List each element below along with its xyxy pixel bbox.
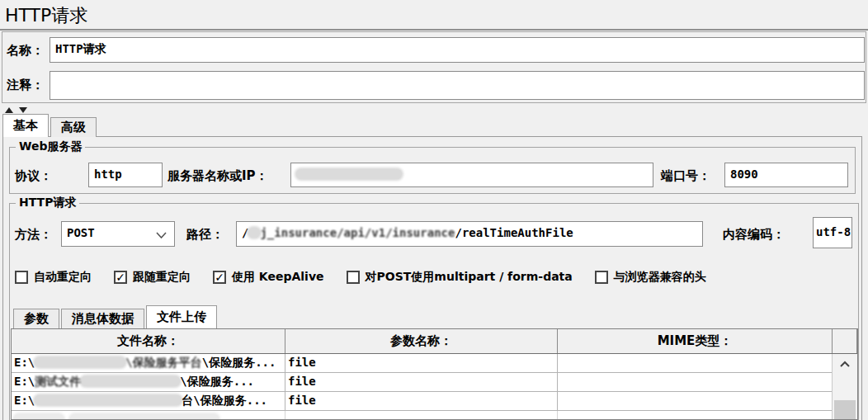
text: /realTimeAuthFile — [455, 226, 573, 239]
path-label: 路径： — [186, 227, 224, 243]
checkbox-label: 使用 KeepAlive — [232, 270, 324, 285]
tab-body-data[interactable]: 消息体数据 — [61, 309, 144, 328]
scrollbar-thumb[interactable] — [834, 400, 856, 420]
redacted-text — [248, 228, 260, 238]
files-upload-table: 文件名称：参数名称：MIME类型： E:\\保险服务平台\保险服务...file… — [11, 328, 858, 420]
tab-parameters[interactable]: 参数 — [13, 309, 59, 328]
cell-mime-type[interactable] — [558, 373, 833, 391]
path-input[interactable]: /j_insurance/api/v1/insurance/realTimeAu… — [236, 221, 703, 247]
header-corner — [833, 329, 857, 353]
tab-basic[interactable]: 基本 — [2, 114, 49, 137]
cell-param-name[interactable] — [285, 411, 558, 420]
cell-file-name[interactable]: E:\\保险服务平台\保险服务... — [12, 354, 285, 372]
checkbox-use-keepalive[interactable]: ✓使用 KeepAlive — [213, 270, 324, 285]
tab-files-upload[interactable]: 文件上传 — [146, 305, 217, 328]
request-body-tab-bar: 参数消息体数据文件上传 — [13, 304, 219, 328]
table-row[interactable] — [12, 411, 857, 420]
table-row[interactable]: E:\台\保险服务...file — [12, 392, 857, 411]
checkbox-label: 与浏览器兼容的头 — [614, 270, 706, 285]
checkbox-follow-redirects[interactable]: ✓跟随重定向 — [114, 270, 191, 285]
http-request-legend: HTTP请求 — [16, 196, 79, 210]
method-label: 方法： — [15, 227, 52, 243]
table-body: E:\\保险服务平台\保险服务...fileE:\测试文件\保险服务...fil… — [12, 354, 857, 420]
text: 台\保险服务... — [182, 394, 267, 407]
port-input[interactable]: 8090 — [724, 163, 848, 187]
blurred-text: j_insurance/api/v1/insurance — [260, 226, 455, 239]
redacted-text — [35, 395, 182, 405]
text: \保险服务... — [202, 356, 276, 369]
server-name-label: 服务器名称或IP： — [167, 168, 268, 184]
cell-file-name[interactable]: E:\测试文件\保险服务... — [12, 373, 285, 391]
blurred-text: \保险服务平台 — [125, 356, 201, 369]
redacted-text — [296, 169, 402, 179]
checkbox-box[interactable]: ✓ — [114, 271, 127, 284]
checkbox-box[interactable] — [595, 271, 608, 284]
checkbox-auto-redirect[interactable]: 自动重定向 — [15, 270, 92, 285]
main-tab-bar: 基本高级 — [2, 114, 98, 137]
page-title: HTTP请求 — [5, 3, 87, 28]
method-select[interactable]: POST — [61, 221, 175, 247]
checkbox-label: 自动重定向 — [34, 270, 92, 285]
redacted-text — [81, 376, 180, 386]
cell-param-name[interactable]: file — [285, 354, 558, 372]
text: E:\ — [14, 375, 35, 388]
name-input[interactable]: HTTP请求 — [50, 37, 865, 63]
protocol-input[interactable]: http — [88, 163, 163, 187]
web-server-legend: Web服务器 — [16, 139, 85, 154]
table-header-row: 文件名称：参数名称：MIME类型： — [12, 329, 857, 354]
checkbox-browser-compatible-headers[interactable]: 与浏览器兼容的头 — [595, 270, 706, 285]
cell-file-name[interactable] — [12, 411, 285, 420]
chevron-down-icon — [156, 232, 167, 238]
cell-mime-type[interactable] — [558, 392, 833, 410]
splitter-collapse-down-icon[interactable] — [19, 107, 27, 113]
tab-advanced[interactable]: 高级 — [50, 117, 97, 137]
blurred-text: 测试文件 — [35, 375, 81, 388]
cell-file-name[interactable]: E:\台\保险服务... — [12, 392, 285, 410]
column-header[interactable]: MIME类型： — [558, 329, 833, 353]
column-header[interactable]: 文件名称： — [12, 329, 285, 353]
checkbox-label: 跟随重定向 — [133, 270, 191, 285]
redacted-text — [14, 414, 64, 420]
text: E:\ — [14, 394, 35, 407]
checkbox-multipart-form-data[interactable]: 对POST使用multipart / form-data — [347, 270, 573, 285]
protocol-label: 协议： — [15, 168, 52, 184]
cell-mime-type[interactable] — [558, 354, 833, 372]
checkbox-label: 对POST使用multipart / form-data — [366, 270, 573, 285]
name-label: 名称： — [7, 43, 44, 59]
server-name-input[interactable] — [290, 163, 653, 187]
cell-param-name[interactable]: file — [285, 392, 558, 410]
table-row[interactable]: E:\\保险服务平台\保险服务...file — [12, 354, 857, 373]
port-label: 端口号： — [661, 168, 710, 184]
options-checkbox-row: 自动重定向✓跟随重定向✓使用 KeepAlive对POST使用multipart… — [15, 267, 706, 287]
comments-input[interactable] — [50, 71, 865, 100]
text: E:\ — [14, 356, 35, 369]
scroll-up-button[interactable] — [833, 354, 857, 374]
table-row[interactable]: E:\测试文件\保险服务...file — [12, 373, 857, 392]
cell-param-name[interactable]: file — [285, 373, 558, 391]
content-encoding-label: 内容编码： — [723, 227, 785, 243]
checkbox-box[interactable]: ✓ — [213, 271, 226, 284]
http-request-sampler-panel: HTTP请求 名称： HTTP请求 注释： 基本高级 Web服务器 协议： ht… — [0, 0, 868, 420]
text: / — [242, 226, 248, 239]
column-header[interactable]: 参数名称： — [285, 329, 558, 353]
vertical-scrollbar[interactable] — [832, 354, 857, 419]
content-encoding-input[interactable]: utf-8 — [813, 217, 852, 248]
redacted-text — [35, 357, 125, 367]
title-bar: HTTP请求 — [0, 0, 868, 31]
checkbox-box[interactable] — [347, 271, 360, 284]
cell-mime-type[interactable] — [558, 411, 833, 420]
splitter-collapse-up-icon[interactable] — [5, 107, 13, 113]
method-selected-value: POST — [67, 226, 95, 239]
checkbox-box[interactable] — [15, 271, 28, 284]
text — [64, 413, 70, 420]
comments-label: 注释： — [7, 78, 44, 93]
text: \保险服务... — [180, 375, 254, 388]
redacted-text — [70, 414, 219, 420]
chevron-up-icon — [839, 361, 851, 368]
